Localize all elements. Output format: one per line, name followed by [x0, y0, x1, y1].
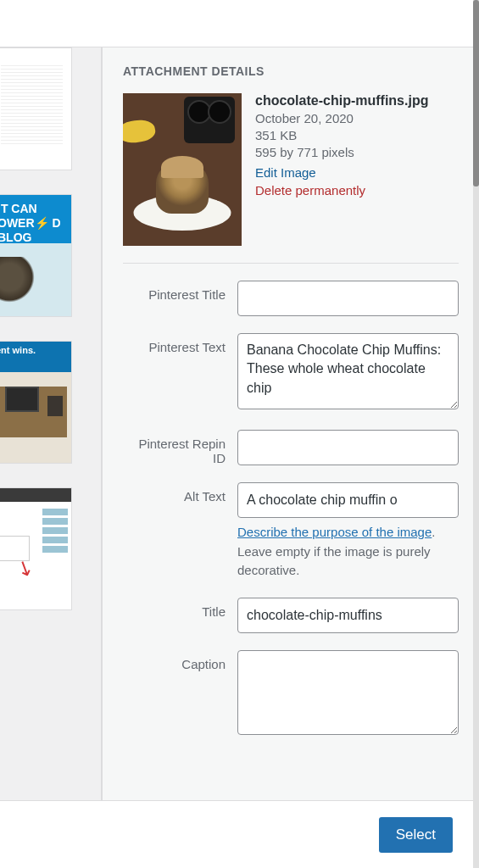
media-thumbnail[interactable]: ↘: [0, 487, 72, 610]
thumbnail-text: ent wins.: [0, 342, 71, 359]
modal-header: [0, 0, 479, 47]
scrollbar-thumb[interactable]: [473, 0, 479, 186]
alt-text-label: Alt Text: [123, 482, 237, 504]
pinterest-repin-input[interactable]: [237, 430, 459, 465]
delete-permanently-link[interactable]: Delete permanently: [255, 183, 365, 198]
caption-textarea[interactable]: [237, 650, 459, 735]
attachment-dimensions: 595 by 771 pixels: [255, 145, 459, 159]
pinterest-text-label: Pinterest Text: [123, 333, 237, 354]
select-button[interactable]: Select: [379, 817, 453, 853]
alt-text-input[interactable]: [237, 482, 459, 518]
caption-label: Caption: [123, 650, 237, 671]
pinterest-title-input[interactable]: [237, 281, 459, 316]
thumbnail-text: IT CAN OWER⚡ D BLOG: [0, 195, 71, 251]
attachment-filesize: 351 KB: [255, 128, 459, 142]
modal-footer: Select: [0, 800, 473, 868]
media-library-grid: IT CAN OWER⚡ D BLOG ent wins. ↘: [0, 0, 102, 868]
panel-title: ATTACHMENT DETAILS: [123, 64, 459, 78]
alt-text-help: Describe the purpose of the image. Leave…: [237, 523, 459, 581]
title-label: Title: [123, 598, 237, 619]
describe-purpose-link[interactable]: Describe the purpose of the image: [237, 525, 432, 539]
media-thumbnail[interactable]: ent wins.: [0, 341, 72, 464]
attachment-details-panel: ATTACHMENT DETAILS chocolate-chip-muffin…: [102, 0, 479, 868]
attachment-date: October 20, 2020: [255, 111, 459, 125]
media-thumbnail[interactable]: IT CAN OWER⚡ D BLOG: [0, 194, 72, 317]
pinterest-text-textarea[interactable]: [237, 333, 459, 409]
attachment-header: chocolate-chip-muffins.jpg October 20, 2…: [123, 93, 459, 264]
edit-image-link[interactable]: Edit Image: [255, 165, 316, 180]
pinterest-repin-label: Pinterest Repin ID: [123, 430, 237, 465]
attachment-filename: chocolate-chip-muffins.jpg: [255, 93, 459, 108]
attachment-preview-image[interactable]: [123, 93, 242, 246]
pinterest-title-label: Pinterest Title: [123, 281, 237, 302]
media-thumbnail[interactable]: [0, 47, 72, 170]
title-input[interactable]: [237, 598, 459, 633]
scrollbar[interactable]: [473, 0, 479, 868]
